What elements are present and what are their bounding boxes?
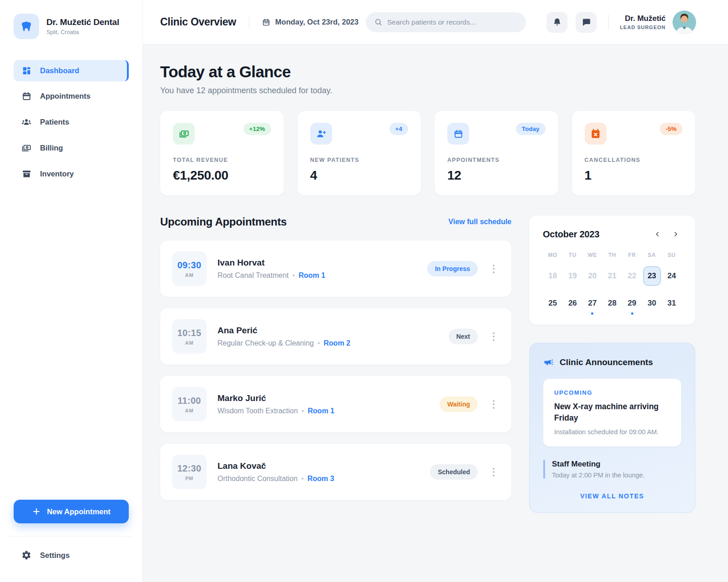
calendar-icon (262, 18, 270, 26)
appointment-row-marko-juri: 11:00AMMarko JurićWisdom Tooth Extractio… (160, 376, 511, 432)
calendar-day-26[interactable]: 26 (563, 294, 583, 313)
announcement-detail: Installation scheduled for 09:00 AM. (554, 428, 670, 436)
stat-value: 1 (585, 168, 683, 183)
stat-card-appointments: TodayAPPOINTMENTS12 (435, 111, 558, 196)
calendar-icon (21, 91, 31, 101)
appointment-menu-button[interactable] (488, 395, 500, 413)
event-dot (631, 312, 633, 315)
sidebar: Dr. Mužetić Dental Split, Croatia Dashbo… (0, 0, 143, 582)
stat-value: €1,250.00 (173, 168, 271, 183)
user-role: LEAD SURGEON (620, 25, 666, 30)
calendar-day-18[interactable]: 18 (543, 266, 563, 286)
stat-card-new-patients: +4NEW PATIENTS4 (298, 111, 421, 196)
banknote-icon (21, 143, 31, 153)
calendar-day-header: TU (563, 252, 583, 258)
chat-icon (581, 17, 591, 27)
clinic-brand: Dr. Mužetić Dental Split, Croatia (14, 14, 129, 39)
calendar-day-header: WE (582, 252, 602, 258)
calendar-day-header: MO (543, 252, 563, 258)
sidebar-spacer (14, 185, 129, 500)
calendar-grid: MOTUWETHFRSASU18192021222324252627282930… (543, 252, 682, 313)
appointment-row-ivan-horvat: 09:30AMIvan HorvatRoot Canal Treatment•R… (160, 241, 511, 297)
chevron-right-icon (672, 231, 679, 238)
sidebar-item-dashboard[interactable]: Dashboard (14, 60, 129, 81)
calendar-day-23[interactable]: 23 (642, 266, 662, 286)
sidebar-item-billing[interactable]: Billing (14, 137, 129, 159)
calendar-day-30[interactable]: 30 (642, 294, 662, 313)
columns: Upcoming Appointments View full schedule… (160, 216, 695, 513)
appointment-menu-button[interactable] (488, 260, 500, 278)
clinic-name: Dr. Mužetić Dental (46, 17, 119, 27)
gear-icon (21, 550, 31, 560)
calendar-day-20[interactable]: 20 (582, 266, 602, 286)
search-input[interactable] (387, 18, 518, 26)
header-actions: Dr. Mužetić LEAD SURGEON (546, 10, 696, 34)
upcoming-appointments-section: Upcoming Appointments View full schedule… (160, 216, 511, 500)
appointments-title: Upcoming Appointments (160, 216, 287, 228)
plus-icon (32, 507, 41, 516)
sidebar-item-label: Inventory (40, 170, 74, 178)
appointment-menu-button[interactable] (488, 327, 500, 346)
calendar-day-22[interactable]: 22 (622, 266, 642, 286)
room-link[interactable]: Room 2 (324, 339, 350, 347)
stat-label: APPOINTMENTS (447, 157, 546, 163)
calendar-month-title: October 2023 (543, 229, 599, 240)
patient-name: Lana Kovač (217, 461, 430, 471)
appointment-menu-button[interactable] (488, 463, 500, 481)
sidebar-nav: DashboardAppointmentsPatientsBillingInve… (14, 60, 129, 185)
user-name: Dr. Mužetić (620, 14, 666, 23)
calendar-day-24[interactable]: 24 (662, 266, 682, 286)
stat-value: 12 (447, 168, 546, 183)
room-link[interactable]: Room 3 (308, 475, 334, 482)
calendar-day-27[interactable]: 27 (582, 294, 602, 313)
sidebar-item-label: Dashboard (40, 66, 79, 75)
view-all-notes-button[interactable]: VIEW ALL NOTES (543, 492, 681, 500)
calendar-day-25[interactable]: 25 (543, 294, 563, 313)
stat-label: TOTAL REVENUE (173, 157, 271, 163)
calendar-day-header: FR (622, 252, 642, 258)
calendar-day-21[interactable]: 21 (602, 266, 622, 286)
appointment-list: 09:30AMIvan HorvatRoot Canal Treatment•R… (160, 241, 511, 500)
sidebar-item-inventory[interactable]: Inventory (14, 163, 129, 185)
mini-calendar: October 2023 MOTUWETHFRSASU1819202122232… (529, 216, 695, 325)
stat-cards: +12%TOTAL REVENUE€1,250.00+4NEW PATIENTS… (160, 111, 695, 196)
sidebar-item-label: Billing (40, 144, 63, 152)
glance-subtitle: You have 12 appointments scheduled for t… (160, 86, 695, 95)
stat-card-total-revenue: +12%TOTAL REVENUE€1,250.00 (160, 111, 284, 196)
stat-label: CANCELLATIONS (585, 157, 683, 163)
glance-title: Today at a Glance (160, 63, 695, 81)
sidebar-item-appointments[interactable]: Appointments (14, 85, 129, 107)
room-link[interactable]: Room 1 (298, 271, 325, 279)
patient-name: Ivan Horvat (217, 258, 427, 268)
sidebar-divider (10, 536, 132, 537)
announcements-title: Clinic Announcements (560, 357, 653, 367)
header-date: Monday, Oct 23rd, 2023 (262, 18, 359, 26)
notifications-button[interactable] (546, 12, 567, 33)
announcement-card: UPCOMING New X-ray machine arriving Frid… (543, 379, 681, 447)
stat-value: 4 (310, 168, 409, 183)
main-column: Clinic Overview Monday, Oct 23rd, 2023 D… (143, 0, 728, 582)
stat-card-cancellations: -5%CANCELLATIONS1 (572, 111, 696, 196)
calendar-prev-button[interactable] (652, 228, 663, 240)
calendar-day-29[interactable]: 29 (622, 294, 642, 313)
megaphone-icon (543, 357, 554, 367)
header-divider (249, 15, 249, 29)
treatment-label: Regular Check-up & Cleaning (217, 339, 314, 347)
calendar-day-31[interactable]: 31 (662, 294, 682, 313)
view-full-schedule-link[interactable]: View full schedule (449, 218, 511, 226)
clinic-location: Split, Croatia (46, 29, 119, 35)
stat-badge: -5% (660, 123, 682, 135)
room-link[interactable]: Room 1 (308, 407, 334, 415)
new-appointment-button[interactable]: New Appointment (14, 500, 129, 523)
sidebar-item-settings[interactable]: Settings (14, 545, 129, 566)
avatar[interactable] (672, 10, 696, 34)
calendar-day-19[interactable]: 19 (563, 266, 583, 286)
calendar-next-button[interactable] (670, 228, 682, 240)
new-appointment-label: New Appointment (47, 507, 111, 516)
calendar-day-28[interactable]: 28 (602, 294, 622, 313)
messages-button[interactable] (576, 12, 597, 33)
page-title: Clinic Overview (160, 16, 236, 28)
appointment-time: 09:30AM (172, 251, 207, 286)
sidebar-item-patients[interactable]: Patients (14, 111, 129, 133)
stat-badge: +4 (389, 123, 408, 135)
